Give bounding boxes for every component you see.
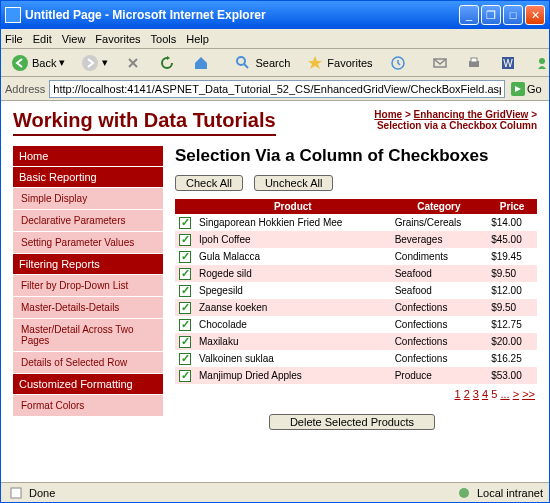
page-more[interactable]: ... <box>500 388 509 400</box>
sidebar: Home Basic Reporting Simple Display Decl… <box>13 146 163 430</box>
go-icon <box>509 80 527 98</box>
table-row: Manjimup Dried ApplesProduce$53.00 <box>175 367 537 384</box>
cell-product: Ipoh Coffee <box>195 231 391 248</box>
window-title: Untitled Page - Microsoft Internet Explo… <box>25 8 459 22</box>
row-checkbox[interactable] <box>179 251 191 263</box>
menubar: File Edit View Favorites Tools Help <box>1 29 549 49</box>
col-price: Price <box>487 199 537 214</box>
menu-favorites[interactable]: Favorites <box>95 33 140 45</box>
breadcrumb-enhancing[interactable]: Enhancing the GridView <box>414 109 529 120</box>
dropdown-icon: ▾ <box>59 56 65 69</box>
sidebar-item-master-detail-two-pages[interactable]: Master/Detail Across Two Pages <box>13 319 163 352</box>
back-button[interactable]: Back ▾ <box>5 51 71 75</box>
mail-button[interactable] <box>425 51 455 75</box>
page-link[interactable]: 3 <box>473 388 479 400</box>
home-icon <box>192 54 210 72</box>
svg-point-12 <box>459 488 469 498</box>
row-checkbox[interactable] <box>179 353 191 365</box>
status-zone: Local intranet <box>477 487 543 499</box>
address-input[interactable] <box>49 80 505 98</box>
sidebar-item-master-details-details[interactable]: Master-Details-Details <box>13 297 163 319</box>
sidebar-item-format-colors[interactable]: Format Colors <box>13 395 163 417</box>
page-next[interactable]: > <box>513 388 519 400</box>
pager: 1 2 3 4 5 ... > >> <box>175 384 537 404</box>
page-link[interactable]: 2 <box>464 388 470 400</box>
edit-button[interactable]: W <box>493 51 523 75</box>
sidebar-cat-filtering-reports[interactable]: Filtering Reports <box>13 254 163 275</box>
favorites-label: Favorites <box>327 57 372 69</box>
minimize-button[interactable]: _ <box>459 5 479 25</box>
forward-button[interactable]: ▾ <box>75 51 114 75</box>
favorites-button[interactable]: Favorites <box>300 51 378 75</box>
maximize-button[interactable]: □ <box>503 5 523 25</box>
cell-product: Gula Malacca <box>195 248 391 265</box>
table-row: Rogede sildSeafood$9.50 <box>175 265 537 282</box>
col-product: Product <box>195 199 391 214</box>
sidebar-cat-basic-reporting[interactable]: Basic Reporting <box>13 167 163 188</box>
print-button[interactable] <box>459 51 489 75</box>
row-checkbox[interactable] <box>179 302 191 314</box>
statusbar: Done Local intranet <box>1 482 549 502</box>
cell-price: $16.25 <box>487 350 537 367</box>
col-category: Category <box>391 199 488 214</box>
sidebar-item-declarative-parameters[interactable]: Declarative Parameters <box>13 210 163 232</box>
close-button[interactable]: ✕ <box>525 5 545 25</box>
breadcrumb-home[interactable]: Home <box>374 109 402 120</box>
sidebar-item-simple-display[interactable]: Simple Display <box>13 188 163 210</box>
cell-price: $12.75 <box>487 316 537 333</box>
back-label: Back <box>32 57 56 69</box>
row-checkbox[interactable] <box>179 336 191 348</box>
row-checkbox[interactable] <box>179 234 191 246</box>
content-title: Selection Via a Column of Checkboxes <box>175 146 537 166</box>
row-checkbox[interactable] <box>179 319 191 331</box>
history-button[interactable] <box>383 51 413 75</box>
row-checkbox[interactable] <box>179 370 191 382</box>
delete-selected-button[interactable]: Delete Selected Products <box>269 414 435 430</box>
sidebar-item-details-selected-row[interactable]: Details of Selected Row <box>13 352 163 374</box>
row-checkbox[interactable] <box>179 217 191 229</box>
table-row: Singaporean Hokkien Fried MeeGrains/Cere… <box>175 214 537 231</box>
page-last[interactable]: >> <box>522 388 535 400</box>
go-label: Go <box>527 83 542 95</box>
row-checkbox[interactable] <box>179 285 191 297</box>
stop-button[interactable] <box>118 51 148 75</box>
table-row: Valkoinen suklaaConfections$16.25 <box>175 350 537 367</box>
uncheck-all-button[interactable]: Uncheck All <box>254 175 333 191</box>
mail-icon <box>431 54 449 72</box>
go-button[interactable]: Go <box>509 80 545 98</box>
refresh-button[interactable] <box>152 51 182 75</box>
cell-category: Confections <box>391 299 488 316</box>
cell-price: $9.50 <box>487 299 537 316</box>
cell-category: Confections <box>391 350 488 367</box>
sidebar-item-setting-parameter-values[interactable]: Setting Parameter Values <box>13 232 163 254</box>
sidebar-cat-customized-formatting[interactable]: Customized Formatting <box>13 374 163 395</box>
check-all-button[interactable]: Check All <box>175 175 243 191</box>
row-checkbox[interactable] <box>179 268 191 280</box>
menu-view[interactable]: View <box>62 33 86 45</box>
cell-product: Zaanse koeken <box>195 299 391 316</box>
messenger-button[interactable] <box>527 51 550 75</box>
cell-category: Seafood <box>391 282 488 299</box>
cell-category: Beverages <box>391 231 488 248</box>
done-icon <box>7 484 25 502</box>
search-button[interactable]: Search <box>228 51 296 75</box>
page-content: Working with Data Tutorials Home > Enhan… <box>1 101 549 482</box>
dropdown-icon: ▾ <box>102 56 108 69</box>
menu-help[interactable]: Help <box>186 33 209 45</box>
menu-edit[interactable]: Edit <box>33 33 52 45</box>
restore-button[interactable]: ❐ <box>481 5 501 25</box>
history-icon <box>389 54 407 72</box>
cell-category: Confections <box>391 316 488 333</box>
stop-icon <box>124 54 142 72</box>
sidebar-item-filter-dropdown[interactable]: Filter by Drop-Down List <box>13 275 163 297</box>
sidebar-item-home[interactable]: Home <box>13 146 163 167</box>
menu-file[interactable]: File <box>5 33 23 45</box>
home-button[interactable] <box>186 51 216 75</box>
svg-text:W: W <box>503 58 513 69</box>
cell-category: Seafood <box>391 265 488 282</box>
star-icon <box>306 54 324 72</box>
menu-tools[interactable]: Tools <box>151 33 177 45</box>
page-link[interactable]: 1 <box>454 388 460 400</box>
window-controls: _ ❐ □ ✕ <box>459 5 545 25</box>
page-link[interactable]: 4 <box>482 388 488 400</box>
